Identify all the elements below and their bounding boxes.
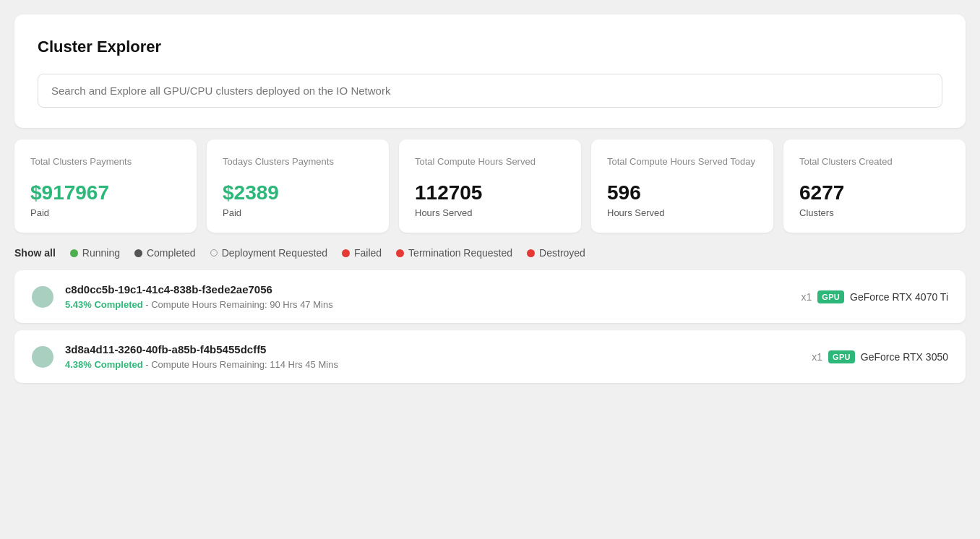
stat-label: Total Compute Hours Served Today <box>607 155 757 168</box>
cluster-card[interactable]: c8d0cc5b-19c1-41c4-838b-f3ede2ae7056 5.4… <box>14 270 966 323</box>
filter-dot <box>70 249 78 257</box>
search-input[interactable] <box>38 74 942 108</box>
stat-label: Total Clusters Payments <box>30 155 181 168</box>
cluster-completed-pct: 4.38% Completed <box>65 359 143 370</box>
filter-row: Show all RunningCompletedDeployment Requ… <box>14 247 966 259</box>
gpu-name: GeForce RTX 3050 <box>861 351 948 363</box>
stat-label: Total Compute Hours Served <box>415 155 565 168</box>
cluster-meta: 5.43% Completed - Compute Hours Remainin… <box>65 299 790 310</box>
filter-item-failed[interactable]: Failed <box>342 247 382 259</box>
gpu-icon: GPU <box>828 350 855 363</box>
page-title: Cluster Explorer <box>38 38 942 56</box>
filter-dot <box>342 249 350 257</box>
filter-item-completed[interactable]: Completed <box>134 247 196 259</box>
gpu-icon: GPU <box>817 290 844 303</box>
stat-value: 112705 <box>415 181 565 204</box>
stats-row: Total Clusters Payments $917967 Paid Tod… <box>14 139 966 233</box>
stat-value: 6277 <box>799 181 950 204</box>
cluster-list: c8d0cc5b-19c1-41c4-838b-f3ede2ae7056 5.4… <box>14 270 966 383</box>
cluster-id: c8d0cc5b-19c1-41c4-838b-f3ede2ae7056 <box>65 283 790 296</box>
cluster-completed-pct: 5.43% Completed <box>65 299 143 310</box>
stat-sub: Paid <box>30 207 181 218</box>
stat-label: Todays Clusters Payments <box>223 155 373 168</box>
filter-item-destroyed[interactable]: Destroyed <box>527 247 585 259</box>
gpu-count: x1 <box>812 351 822 363</box>
filter-label: Deployment Requested <box>222 247 327 259</box>
stat-card: Todays Clusters Payments $2389 Paid <box>207 139 389 233</box>
stat-sub: Hours Served <box>415 207 565 218</box>
filter-label: Failed <box>354 247 382 259</box>
stat-sub: Clusters <box>799 207 950 218</box>
page-wrapper: Cluster Explorer Total Clusters Payments… <box>14 14 966 383</box>
filter-dot <box>396 249 404 257</box>
filter-label: Destroyed <box>539 247 585 259</box>
stat-label: Total Clusters Created <box>799 155 950 168</box>
filter-dot <box>210 249 218 256</box>
stat-card: Total Compute Hours Served 112705 Hours … <box>399 139 581 233</box>
cluster-id: 3d8a4d11-3260-40fb-a85b-f4b5455dcff5 <box>65 343 800 355</box>
filter-label: Running <box>82 247 120 259</box>
filter-show-all[interactable]: Show all <box>14 247 56 259</box>
cluster-status-dot <box>32 346 53 368</box>
filter-item-running[interactable]: Running <box>70 247 120 259</box>
filter-label: Termination Requested <box>408 247 512 259</box>
cluster-remaining: - Compute Hours Remaining: 90 Hrs 47 Min… <box>145 299 332 310</box>
filter-label: Completed <box>147 247 196 259</box>
gpu-count: x1 <box>801 291 812 303</box>
cluster-card[interactable]: 3d8a4d11-3260-40fb-a85b-f4b5455dcff5 4.3… <box>14 330 966 383</box>
filter-dot <box>527 249 535 257</box>
stat-sub: Paid <box>223 207 373 218</box>
stat-sub: Hours Served <box>607 207 757 218</box>
stat-card: Total Compute Hours Served Today 596 Hou… <box>591 139 773 233</box>
cluster-status-dot <box>32 286 53 308</box>
cluster-meta: 4.38% Completed - Compute Hours Remainin… <box>65 359 800 370</box>
filter-item-termination-requested[interactable]: Termination Requested <box>396 247 512 259</box>
cluster-gpu: x1 GPU GeForce RTX 4070 Ti <box>801 290 948 303</box>
cluster-gpu: x1 GPU GeForce RTX 3050 <box>812 350 948 363</box>
cluster-info: 3d8a4d11-3260-40fb-a85b-f4b5455dcff5 4.3… <box>65 343 800 370</box>
header-card: Cluster Explorer <box>14 14 966 128</box>
gpu-name: GeForce RTX 4070 Ti <box>850 291 948 303</box>
stat-card: Total Clusters Payments $917967 Paid <box>14 139 197 233</box>
filter-dot <box>134 249 142 257</box>
filter-item-deployment-requested[interactable]: Deployment Requested <box>210 247 327 259</box>
stat-card: Total Clusters Created 6277 Clusters <box>783 139 966 233</box>
stat-value: $917967 <box>30 181 181 204</box>
cluster-info: c8d0cc5b-19c1-41c4-838b-f3ede2ae7056 5.4… <box>65 283 790 310</box>
stat-value: $2389 <box>223 181 373 204</box>
cluster-remaining: - Compute Hours Remaining: 114 Hrs 45 Mi… <box>145 359 338 370</box>
stat-value: 596 <box>607 181 757 204</box>
